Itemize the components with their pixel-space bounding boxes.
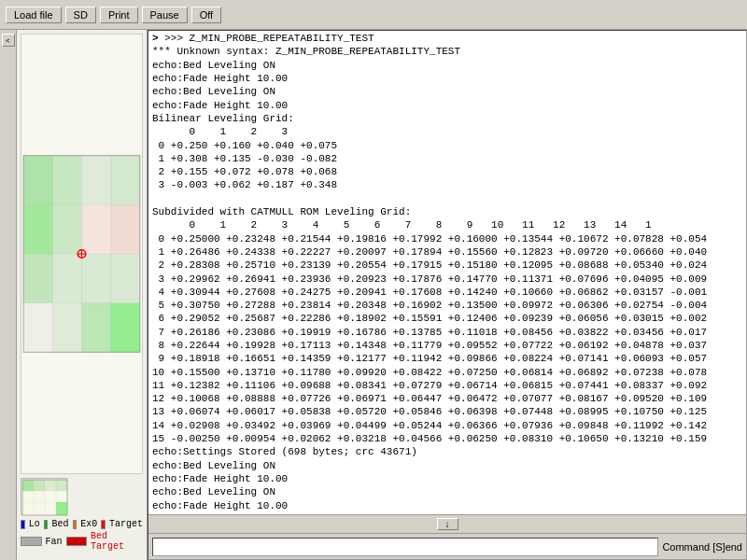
svg-rect-11 <box>23 204 52 254</box>
bed-visualization-panel: Lo Bed Ex0 Target Fan Bed Target <box>17 30 148 560</box>
console-output[interactable]: echo:Settings Stored (698 bytes; crc 113… <box>148 31 746 514</box>
legend-color-fan <box>21 537 42 546</box>
legend-color-lo <box>21 520 25 529</box>
svg-rect-7 <box>23 156 52 205</box>
legend-row-1: Lo Bed Ex0 Target <box>21 519 143 529</box>
svg-rect-20 <box>52 303 81 353</box>
svg-rect-36 <box>56 502 67 515</box>
off-button[interactable]: Off <box>191 7 221 23</box>
legend-color-bed-target <box>66 537 88 546</box>
legend-label-fan: Fan <box>46 537 63 547</box>
svg-rect-35 <box>56 480 67 491</box>
svg-rect-13 <box>82 204 111 254</box>
toolbar: Load file SD Print Pause Off <box>0 0 747 30</box>
svg-rect-12 <box>52 204 81 254</box>
legend-row-2: Fan Bed Target <box>21 531 143 552</box>
pause-button[interactable]: Pause <box>142 7 188 23</box>
legend-label-bed-target: Bed Target <box>91 531 143 552</box>
mini-bed-preview <box>21 478 67 515</box>
command-bar: Command [S]end <box>148 533 746 559</box>
svg-rect-10 <box>111 156 140 205</box>
svg-rect-18 <box>111 254 140 303</box>
svg-rect-17 <box>82 254 111 303</box>
command-send-label: Command [S]end <box>662 541 742 553</box>
svg-rect-8 <box>52 156 81 205</box>
svg-rect-33 <box>34 480 45 491</box>
legend-color-target <box>101 520 106 529</box>
legend-area: Lo Bed Ex0 Target Fan Bed Target <box>21 519 143 556</box>
command-input[interactable] <box>152 538 658 556</box>
svg-rect-32 <box>22 480 34 491</box>
scroll-down-button[interactable]: ↓ <box>437 518 458 530</box>
collapse-button[interactable]: < <box>2 34 15 47</box>
bed-canvas <box>21 34 143 474</box>
main-area: < <box>0 30 747 560</box>
legend-label-bed: Bed <box>51 519 68 529</box>
legend-label-ex0: Ex0 <box>80 519 97 529</box>
legend-label-lo: Lo <box>29 519 40 529</box>
sidebar-collapse: < <box>0 30 17 560</box>
legend-color-ex0 <box>73 520 78 529</box>
legend-color-bed <box>44 520 49 529</box>
svg-rect-34 <box>45 480 56 491</box>
load-file-button[interactable]: Load file <box>6 7 62 23</box>
print-button[interactable]: Print <box>100 7 138 23</box>
scroll-area: ↓ <box>148 514 746 533</box>
svg-rect-19 <box>23 303 52 353</box>
bed-grid <box>21 35 142 473</box>
svg-rect-22 <box>111 303 140 353</box>
svg-rect-21 <box>82 303 111 353</box>
svg-rect-16 <box>52 254 81 303</box>
legend-label-target: Target <box>109 519 143 529</box>
svg-rect-15 <box>23 254 52 303</box>
svg-rect-9 <box>82 156 111 205</box>
sd-button[interactable]: SD <box>65 7 96 23</box>
svg-rect-14 <box>111 204 140 254</box>
console-panel: echo:Settings Stored (698 bytes; crc 113… <box>148 30 747 560</box>
